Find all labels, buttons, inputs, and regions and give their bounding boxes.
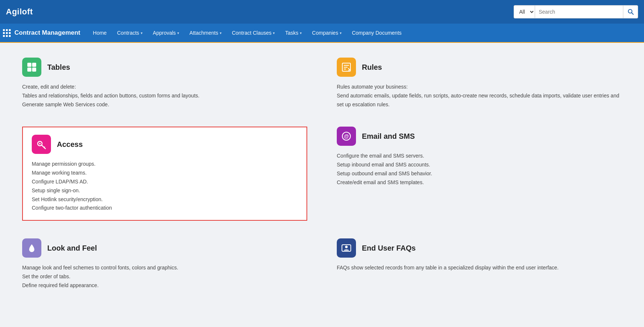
card-tables-desc: Create, edit and delete: Tables and rela… (22, 83, 307, 109)
chevron-down-icon: ▾ (300, 31, 302, 35)
card-access-title: Access (57, 140, 83, 149)
card-access[interactable]: Access Manage permission groups. Manage … (22, 127, 307, 221)
tables-icon (22, 58, 41, 77)
card-end-user-faqs-desc: FAQs show selected records from any tabl… (337, 264, 622, 272)
card-rules-desc: Rules automate your business: Send autom… (337, 83, 622, 109)
nav-item-contract-clauses[interactable]: Contract Clauses ▾ (227, 23, 280, 42)
chevron-down-icon: ▾ (273, 31, 275, 35)
svg-point-11 (39, 143, 41, 144)
chevron-down-icon: ▾ (220, 31, 222, 35)
card-email-sms[interactable]: @ Email and SMS Configure the email and … (337, 127, 622, 221)
card-tables-header: Tables (22, 58, 307, 77)
search-filter-select[interactable]: All (514, 5, 535, 18)
svg-point-17 (345, 246, 348, 248)
chevron-down-icon: ▾ (177, 31, 179, 35)
chevron-down-icon: ▾ (141, 31, 143, 35)
card-access-header: Access (32, 135, 298, 154)
nav-item-company-documents[interactable]: Company Documents (347, 23, 407, 42)
chevron-down-icon: ▾ (340, 31, 342, 35)
card-end-user-faqs-header: End User FAQs (337, 238, 622, 258)
card-email-sms-header: @ Email and SMS (337, 127, 622, 146)
end-user-faqs-icon (337, 238, 356, 258)
card-rules-title: Rules (362, 63, 382, 72)
svg-rect-4 (27, 68, 31, 72)
card-email-sms-desc: Configure the email and SMS servers. Set… (337, 152, 622, 187)
card-end-user-faqs[interactable]: End User FAQs FAQs show selected records… (337, 238, 622, 290)
main-content: Tables Create, edit and delete: Tables a… (0, 43, 644, 327)
card-look-feel-desc: Manage look and feel schemes to control … (22, 264, 307, 290)
card-look-feel-header: Look and Feel (22, 238, 307, 258)
header: Agiloft All (0, 0, 644, 24)
cards-grid: Tables Create, edit and delete: Tables a… (22, 58, 622, 290)
nav-item-tasks[interactable]: Tasks ▾ (280, 23, 307, 42)
access-icon (32, 135, 51, 154)
svg-rect-3 (32, 63, 36, 67)
card-tables-title: Tables (47, 63, 70, 72)
svg-rect-2 (27, 63, 31, 67)
svg-rect-5 (32, 68, 36, 72)
grid-menu-icon[interactable] (3, 29, 11, 37)
email-sms-icon: @ (337, 127, 356, 146)
card-access-desc: Manage permission groups. Manage working… (32, 160, 298, 213)
search-input[interactable] (535, 5, 623, 18)
card-rules[interactable]: Rules Rules automate your business: Send… (337, 58, 622, 109)
nav-item-companies[interactable]: Companies ▾ (307, 23, 347, 42)
card-look-feel[interactable]: Look and Feel Manage look and feel schem… (22, 238, 307, 290)
search-icon (628, 9, 634, 15)
nav-item-home[interactable]: Home (88, 23, 112, 42)
nav-app-title: Contract Management (14, 29, 80, 37)
look-feel-icon (22, 238, 41, 258)
search-bar: All (514, 5, 638, 18)
rules-icon (337, 58, 356, 77)
svg-line-1 (631, 13, 633, 15)
nav-item-contracts[interactable]: Contracts ▾ (112, 23, 148, 42)
card-rules-header: Rules (337, 58, 622, 77)
navbar: Contract Management Home Contracts ▾ App… (0, 24, 644, 43)
search-button[interactable] (623, 5, 638, 18)
card-email-sms-title: Email and SMS (362, 132, 415, 141)
app-logo: Agiloft (6, 7, 33, 17)
card-tables[interactable]: Tables Create, edit and delete: Tables a… (22, 58, 307, 109)
nav-item-attachments[interactable]: Attachments ▾ (184, 23, 227, 42)
svg-text:@: @ (344, 133, 349, 139)
card-end-user-faqs-title: End User FAQs (362, 244, 416, 252)
nav-item-approvals[interactable]: Approvals ▾ (148, 23, 184, 42)
card-look-feel-title: Look and Feel (47, 244, 97, 252)
svg-line-13 (44, 147, 45, 148)
